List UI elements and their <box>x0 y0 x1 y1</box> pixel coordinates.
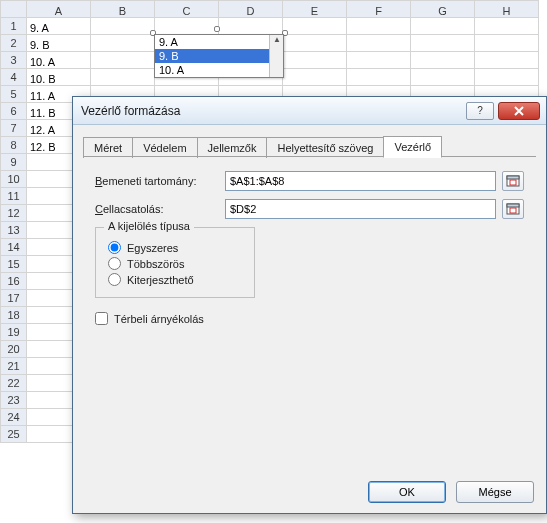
format-control-dialog: Vezérlő formázása ? MéretVédelemJellemző… <box>72 96 547 514</box>
list-item[interactable]: 10. A <box>155 63 283 77</box>
selection-type-group: A kijelölés típusa EgyszeresTöbbszörösKi… <box>95 227 255 298</box>
row-header[interactable]: 13 <box>1 222 27 239</box>
cell[interactable] <box>155 18 219 35</box>
cell[interactable] <box>91 69 155 86</box>
tab-pane-control: Bemeneti tartomány: Cellacsatolás: <box>83 157 536 340</box>
input-range-label: Bemeneti tartomány: <box>95 175 225 187</box>
cell[interactable]: 10. A <box>27 52 91 69</box>
row-header[interactable]: 15 <box>1 256 27 273</box>
range-picker-icon <box>506 203 520 215</box>
row-header[interactable]: 21 <box>1 358 27 375</box>
row-header[interactable]: 12 <box>1 205 27 222</box>
form-control-listbox[interactable]: 9. A9. B10. A ▲ <box>154 34 284 78</box>
cell-link-label: Cellacsatolás: <box>95 203 225 215</box>
row-header[interactable]: 24 <box>1 409 27 426</box>
cell[interactable] <box>91 18 155 35</box>
cell[interactable]: 9. B <box>27 35 91 52</box>
cell[interactable] <box>283 35 347 52</box>
tab-vez-rl-[interactable]: Vezérlő <box>383 136 442 158</box>
column-header[interactable]: G <box>411 1 475 18</box>
tab-jellemz-k[interactable]: Jellemzők <box>197 137 268 158</box>
row-header[interactable]: 25 <box>1 426 27 443</box>
scroll-up-icon[interactable]: ▲ <box>273 35 281 44</box>
selection-type-radio[interactable] <box>108 257 121 270</box>
svg-rect-4 <box>507 204 519 207</box>
row-header[interactable]: 7 <box>1 120 27 137</box>
range-picker-button[interactable] <box>502 171 524 191</box>
column-header[interactable]: H <box>475 1 539 18</box>
row-header[interactable]: 6 <box>1 103 27 120</box>
shadow-3d-checkbox[interactable] <box>95 312 108 325</box>
cell[interactable] <box>91 52 155 69</box>
row-header[interactable]: 5 <box>1 86 27 103</box>
shadow-3d-label: Térbeli árnyékolás <box>114 313 204 325</box>
cell[interactable] <box>283 18 347 35</box>
close-icon <box>513 106 525 116</box>
column-header[interactable]: A <box>27 1 91 18</box>
row-header[interactable]: 14 <box>1 239 27 256</box>
select-all-corner[interactable] <box>1 1 27 18</box>
selection-type-radio[interactable] <box>108 273 121 286</box>
row-header[interactable]: 22 <box>1 375 27 392</box>
cell[interactable] <box>347 52 411 69</box>
cell[interactable] <box>475 69 539 86</box>
row-header[interactable]: 20 <box>1 341 27 358</box>
row-header[interactable]: 1 <box>1 18 27 35</box>
row-header[interactable]: 9 <box>1 154 27 171</box>
row-header[interactable]: 10 <box>1 171 27 188</box>
cell[interactable] <box>411 52 475 69</box>
cell[interactable]: 9. A <box>27 18 91 35</box>
column-header[interactable]: F <box>347 1 411 18</box>
cell[interactable] <box>91 35 155 52</box>
scrollbar[interactable]: ▲ <box>269 35 283 77</box>
dialog-title: Vezérlő formázása <box>79 104 462 118</box>
input-range-field[interactable] <box>225 171 496 191</box>
cell[interactable] <box>475 35 539 52</box>
cell[interactable] <box>475 18 539 35</box>
tab-v-delem[interactable]: Védelem <box>132 137 197 158</box>
selection-type-radio[interactable] <box>108 241 121 254</box>
cell[interactable] <box>475 52 539 69</box>
column-header[interactable]: D <box>219 1 283 18</box>
control-resize-handle[interactable] <box>214 26 220 32</box>
list-item[interactable]: 9. A <box>155 35 283 49</box>
row-header[interactable]: 16 <box>1 273 27 290</box>
radio-label: Többszörös <box>127 258 184 270</box>
cell[interactable] <box>219 18 283 35</box>
cell[interactable] <box>283 69 347 86</box>
tab-strip: MéretVédelemJellemzőkHelyettesítő szöveg… <box>73 125 546 157</box>
row-header[interactable]: 17 <box>1 290 27 307</box>
help-button[interactable]: ? <box>466 102 494 120</box>
ok-button[interactable]: OK <box>368 481 446 503</box>
range-picker-button[interactable] <box>502 199 524 219</box>
cell[interactable] <box>347 69 411 86</box>
cell[interactable]: 10. B <box>27 69 91 86</box>
column-header[interactable]: B <box>91 1 155 18</box>
tab-helyettes-t-sz-veg[interactable]: Helyettesítő szöveg <box>266 137 384 158</box>
dialog-titlebar[interactable]: Vezérlő formázása ? <box>73 97 546 125</box>
list-item[interactable]: 9. B <box>155 49 283 63</box>
cell-link-field[interactable] <box>225 199 496 219</box>
row-header[interactable]: 18 <box>1 307 27 324</box>
cell[interactable] <box>411 35 475 52</box>
row-header[interactable]: 2 <box>1 35 27 52</box>
cell[interactable] <box>411 69 475 86</box>
row-header[interactable]: 11 <box>1 188 27 205</box>
close-button[interactable] <box>498 102 540 120</box>
row-header[interactable]: 4 <box>1 69 27 86</box>
row-header[interactable]: 8 <box>1 137 27 154</box>
cell[interactable] <box>347 35 411 52</box>
row-header[interactable]: 23 <box>1 392 27 409</box>
tab-m-ret[interactable]: Méret <box>83 137 133 158</box>
row-header[interactable]: 19 <box>1 324 27 341</box>
cell[interactable] <box>283 52 347 69</box>
radio-label: Kiterjeszthető <box>127 274 194 286</box>
group-legend: A kijelölés típusa <box>104 220 194 232</box>
row-header[interactable]: 3 <box>1 52 27 69</box>
cell[interactable] <box>411 18 475 35</box>
cancel-button[interactable]: Mégse <box>456 481 534 503</box>
column-header[interactable]: C <box>155 1 219 18</box>
range-picker-icon <box>506 175 520 187</box>
cell[interactable] <box>347 18 411 35</box>
column-header[interactable]: E <box>283 1 347 18</box>
